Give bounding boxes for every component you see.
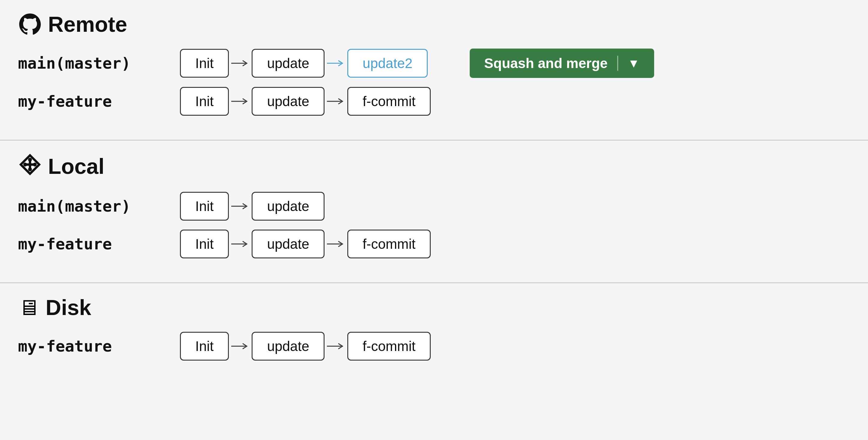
arrow-icon (327, 342, 345, 351)
github-icon (18, 12, 42, 36)
disk-feature-chain: Init update f-commit (180, 332, 431, 361)
commit-box-highlight: update2 (347, 49, 428, 78)
local-title: Local (48, 154, 104, 179)
git-icon (18, 153, 42, 180)
arrow-icon (231, 239, 249, 248)
button-divider (617, 56, 618, 71)
svg-point-10 (28, 168, 32, 171)
squash-merge-button[interactable]: Squash and merge ▼ (470, 48, 654, 78)
local-feature-label: my-feature (18, 235, 162, 253)
remote-feature-row: my-feature Init update f-commit (18, 87, 850, 116)
commit-box: update (252, 230, 324, 258)
commit-box: Init (180, 49, 229, 78)
local-main-row: main(master) Init update (18, 192, 850, 221)
commit-box: Init (180, 87, 229, 116)
commit-box: update (252, 49, 324, 78)
commit-box: f-commit (347, 332, 431, 361)
local-header: Local (18, 153, 850, 180)
arrow-icon (231, 342, 249, 351)
local-main-chain: Init update (180, 192, 324, 221)
disk-feature-label: my-feature (18, 337, 162, 355)
commit-box: f-commit (347, 87, 431, 116)
dropdown-caret-icon: ▼ (628, 57, 640, 70)
remote-feature-label: my-feature (18, 92, 162, 110)
svg-point-8 (28, 158, 32, 162)
remote-main-label: main(master) (18, 54, 162, 72)
arrow-icon (327, 97, 345, 106)
remote-main-row: main(master) Init update update2 Squash … (18, 48, 850, 78)
arrow-icon (327, 239, 345, 248)
disk-feature-row: my-feature Init update f-commit (18, 332, 850, 361)
remote-feature-chain: Init update f-commit (180, 87, 431, 116)
local-feature-row: my-feature Init update f-commit (18, 230, 850, 258)
arrow-icon (231, 202, 249, 211)
commit-box: Init (180, 230, 229, 258)
disk-title: Disk (45, 295, 91, 320)
squash-merge-label: Squash and merge (484, 55, 608, 71)
local-section: Local main(master) Init update my-featur… (0, 141, 868, 283)
svg-point-9 (33, 163, 37, 167)
commit-box: update (252, 192, 324, 221)
local-main-label: main(master) (18, 197, 162, 215)
commit-box: update (252, 332, 324, 361)
disk-header: 🖥 Disk (18, 295, 850, 320)
arrow-icon (231, 59, 249, 68)
remote-section: Remote main(master) Init update update2 … (0, 0, 868, 141)
local-feature-chain: Init update f-commit (180, 230, 431, 258)
commit-box: Init (180, 332, 229, 361)
remote-header: Remote (18, 12, 850, 37)
svg-point-11 (23, 163, 27, 167)
disk-icon: 🖥 (18, 295, 39, 320)
remote-title: Remote (48, 12, 127, 37)
remote-main-chain: Init update update2 (180, 49, 428, 78)
commit-box: f-commit (347, 230, 431, 258)
arrow-icon (231, 97, 249, 106)
commit-box: Init (180, 192, 229, 221)
arrow-blue-icon (327, 59, 345, 68)
commit-box: update (252, 87, 324, 116)
disk-section: 🖥 Disk my-feature Init update f-commit (0, 283, 868, 440)
